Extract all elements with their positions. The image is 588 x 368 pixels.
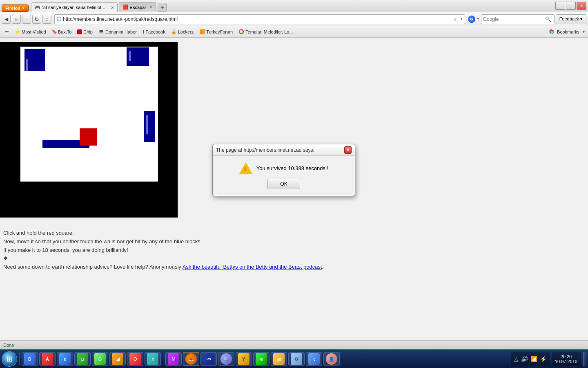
- game-area[interactable]: [20, 47, 158, 182]
- minimize-button[interactable]: −: [555, 2, 565, 10]
- taskbar-app-dw[interactable]: D: [22, 352, 38, 366]
- wm-label: ♬: [151, 357, 154, 361]
- op-icon: O: [129, 353, 141, 365]
- blue-highlight-2: [129, 51, 131, 61]
- warning-icon-container: [239, 162, 252, 174]
- tab-inactive[interactable]: 🟥 Escapa! ✕: [119, 2, 156, 12]
- most-visited-label: Most Visited: [22, 29, 46, 34]
- tab1-close-btn[interactable]: ✕: [111, 5, 114, 10]
- bookmark-buxto[interactable]: 🔖 Bux.To: [49, 27, 74, 36]
- taskbar-app-yr[interactable]: Y: [236, 352, 252, 366]
- taskbar-app-winamp[interactable]: ♫: [306, 352, 322, 366]
- dw-icon: D: [24, 353, 36, 365]
- taskbar-app-browser[interactable]: e: [57, 352, 73, 366]
- bookmarks-right: 📚 Bookmarks ▼: [549, 29, 586, 34]
- red-square[interactable]: [80, 128, 97, 146]
- podcast-link[interactable]: Ask the beautiful Bettys on the Betty an…: [183, 264, 322, 270]
- bookmarks-chevron[interactable]: ▼: [582, 30, 586, 34]
- refresh-button[interactable]: ↻: [32, 15, 41, 24]
- search-engine-dropdown[interactable]: ▼: [477, 17, 480, 21]
- tray-icon-3[interactable]: ⚡: [540, 356, 547, 362]
- tab-active[interactable]: 🎮 18 saniye dayan sana helal olsun ✕: [31, 2, 118, 12]
- taskbar-app-ct[interactable]: ⚙: [288, 352, 305, 366]
- facebook-label: Facebook: [145, 29, 165, 34]
- bt-label: μ: [81, 357, 84, 361]
- bookmark-star-button[interactable]: ★: [451, 15, 460, 24]
- firefox-menu-button[interactable]: Firefox: [2, 4, 29, 12]
- person-label: 👤: [329, 357, 334, 362]
- taskbar-app-acrobat[interactable]: A: [39, 352, 56, 366]
- tab2-close-btn[interactable]: ✕: [149, 5, 152, 9]
- bookmark-chip[interactable]: Chip: [75, 27, 95, 36]
- page-content: Click and hold the red square. Now, move…: [0, 38, 588, 340]
- address-dropdown-button[interactable]: ▼: [460, 17, 463, 21]
- search-input[interactable]: [483, 16, 544, 22]
- g2-label: G: [98, 357, 102, 361]
- clock-area[interactable]: 20:20 10.07.2010: [552, 352, 581, 366]
- taskbar-app-folder[interactable]: 📁: [271, 352, 287, 366]
- g2-icon: G: [94, 353, 106, 365]
- ps-icon: Ps: [203, 353, 214, 365]
- taskbar-app-wm[interactable]: ♬: [145, 352, 161, 366]
- taskbar-app-search[interactable]: 🔍: [218, 352, 234, 366]
- game-canvas[interactable]: [0, 42, 178, 218]
- taskbar-app-person[interactable]: 👤: [323, 352, 340, 366]
- taskbar-app-mx[interactable]: ⊕: [253, 352, 270, 366]
- back-button[interactable]: ◀: [2, 15, 11, 24]
- tray-icon-2[interactable]: 🔊: [521, 356, 528, 362]
- forward-button[interactable]: ▶: [12, 15, 21, 24]
- ps-label: Ps: [206, 357, 211, 361]
- tray-icon-1[interactable]: △: [514, 356, 519, 362]
- new-tab-button[interactable]: +: [158, 3, 167, 12]
- bookmark-facebook[interactable]: f Facebook: [140, 27, 168, 36]
- bt-icon: μ: [77, 353, 88, 365]
- tray-icon-network[interactable]: 📶: [530, 356, 537, 362]
- turkeyforum-label: TurkeyForum: [206, 29, 233, 34]
- system-tray: △ 🔊 📶 ⚡: [511, 352, 550, 366]
- az-icon: ◢: [112, 353, 123, 365]
- status-bar: Done: [0, 340, 588, 349]
- taskbar-app-g2[interactable]: G: [92, 352, 108, 366]
- start-button[interactable]: ⊞: [2, 351, 17, 367]
- feedback-button[interactable]: Feedback ▾: [556, 14, 586, 24]
- taskbar-app-op[interactable]: O: [127, 352, 143, 366]
- show-all-icon: ☰: [5, 29, 9, 34]
- bookmark-most-visited[interactable]: ⭐ Most Visited: [12, 27, 49, 36]
- folder-label: 📁: [276, 356, 282, 362]
- instruction-5: Need some down to earth relationship adv…: [3, 263, 323, 272]
- warning-icon: [239, 162, 252, 174]
- dialog-close-button[interactable]: ✕: [344, 146, 352, 154]
- search-label: 🔍: [223, 357, 229, 362]
- search-go-button[interactable]: 🔍: [544, 15, 552, 23]
- tab2-title: Escapa!: [130, 5, 146, 10]
- search-container: 🔍: [481, 14, 555, 24]
- bookmark-show-all[interactable]: ☰: [2, 27, 11, 36]
- bookmarks-label[interactable]: Bookmarks: [557, 29, 579, 34]
- op-label: O: [134, 357, 137, 361]
- stop-button[interactable]: ✕: [22, 15, 31, 24]
- bookmark-temalar[interactable]: ⭕ Temalar, Melodiler, Lo...: [236, 27, 295, 36]
- taskbar-app-firefox[interactable]: 🦊: [183, 352, 199, 366]
- bookmark-lockerz[interactable]: 🔒 Lockerz: [169, 27, 196, 36]
- taskbar-app-mal[interactable]: M: [165, 352, 182, 366]
- bookmark-donanim[interactable]: 💻 Donanim Haber: [96, 27, 139, 36]
- chip-label: Chip: [83, 29, 93, 34]
- address-input[interactable]: [63, 16, 451, 22]
- clock-time: 20:20: [561, 354, 572, 359]
- home-button[interactable]: ⌂: [42, 15, 51, 24]
- taskbar-app-ps[interactable]: Ps: [200, 352, 217, 366]
- search-engine-icon[interactable]: G: [468, 16, 475, 23]
- show-desktop-button[interactable]: [583, 352, 586, 366]
- dialog-ok-button[interactable]: OK: [267, 179, 300, 189]
- maximize-button[interactable]: □: [566, 2, 576, 10]
- taskbar-app-az[interactable]: ◢: [109, 352, 126, 366]
- close-button[interactable]: ✕: [577, 2, 586, 10]
- winamp-icon: ♫: [308, 353, 320, 365]
- navigation-bar: ◀ ▶ ✕ ↻ ⌂ 🌐 ★ ▼ G ▼ 🔍 Feedback ▾: [0, 12, 588, 26]
- taskbar-app-bt[interactable]: μ: [74, 352, 91, 366]
- instruction-4: ❖: [3, 254, 323, 263]
- bookmark-turkeyforum[interactable]: 🟧 TurkeyForum: [197, 27, 235, 36]
- dialog-title-bar: The page at http://members.iinet.net.au …: [213, 144, 355, 156]
- status-text: Done: [3, 343, 14, 348]
- tab1-favicon: 🎮: [35, 5, 40, 10]
